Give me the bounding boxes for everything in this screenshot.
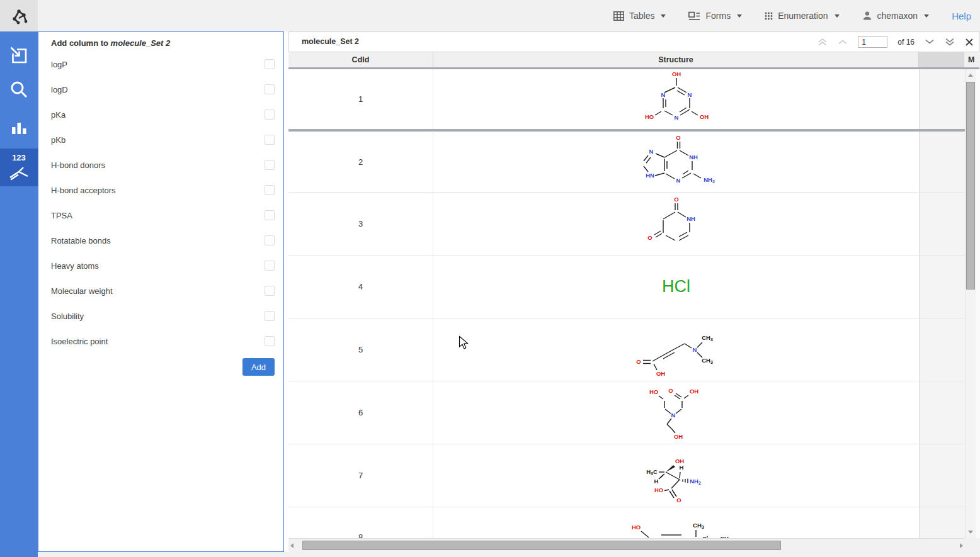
page-number-input[interactable] [858,36,887,48]
structure-drawing-partial: HO CH3 Si CH [433,507,919,538]
highlighted-column-body [919,69,965,538]
table-row-5[interactable]: 5 O OH N CH3 CH3 [288,318,965,381]
panel-title-target: molecule_Set 2 [111,38,171,48]
option-row-tpsa: TPSA [51,203,275,228]
app-logo-button[interactable] [0,0,38,31]
scroll-right-arrow-icon[interactable] [960,543,963,548]
row-divider [288,381,965,381]
table-row-4[interactable]: 4 HCl [288,256,965,318]
checkbox-pKa[interactable] [265,110,275,120]
checkbox-pKb[interactable] [265,135,275,145]
cdid-value: 6 [358,408,363,417]
grid-title: molecule_Set 2 [302,32,359,52]
horizontal-scrollbar-thumb[interactable] [302,541,781,550]
option-row-rotatable-bonds: Rotatable bonds [51,228,275,254]
checkbox-heavy-atoms[interactable] [265,261,275,271]
table-row-1[interactable]: 1 N N N OH HO OH [288,69,965,129]
svg-text:O: O [668,387,673,394]
checkbox-molecular-weight[interactable] [265,286,275,296]
scroll-down-arrow-icon[interactable] [968,531,973,534]
cdid-value: 1 [358,94,363,104]
chevron-up-icon [838,39,848,45]
chevron-down-icon [925,39,935,45]
column-header-structure[interactable]: Structure [433,52,919,67]
svg-text:OH: OH [656,370,664,377]
add-button[interactable]: Add [242,358,275,376]
tables-grid-icon [613,11,624,21]
option-row-molecular-weight: Molecular weight [51,279,275,304]
previous-page-button[interactable] [838,39,848,45]
svg-text:CH3: CH3 [693,522,704,530]
panel-title-prefix: Add column to [51,38,111,48]
svg-text:O: O [676,497,681,504]
structure-drawing-pyridinedione: O NH O [632,194,721,254]
table-row-2[interactable]: 2 O NH N N HN NH2 [288,132,965,192]
vertical-scrollbar-thumb[interactable] [966,82,975,290]
structure-cell: HCl [433,256,919,318]
checkbox-logP[interactable] [265,59,275,69]
cdid-value: 7 [358,471,363,480]
option-label: pKa [51,103,66,128]
scroll-up-arrow-icon[interactable] [968,74,973,77]
last-page-button[interactable] [945,38,955,46]
row-divider-thick [288,129,965,132]
column-header-cdid[interactable]: CdId [288,52,433,67]
structure-drawing-dimethylaminobutenoic-acid: O OH N CH3 CH3 [623,320,730,380]
menu-user-chemaxon[interactable]: chemaxon [862,11,930,21]
cdid-value: 3 [358,219,363,228]
checkbox-tpsa[interactable] [265,210,275,220]
checkbox-solubility[interactable] [265,311,275,321]
svg-text:NH: NH [689,154,698,160]
option-row-hbond-donors: H-bond donors [51,153,275,178]
row-divider [288,318,965,318]
menu-forms[interactable]: Forms [688,11,742,21]
column-header-partial[interactable]: M [964,52,980,67]
checkbox-hbond-donors[interactable] [265,160,275,170]
sidebar-item-search[interactable] [0,77,38,102]
double-chevron-up-icon [818,38,828,46]
help-link[interactable]: Help [952,11,971,21]
structure-drawing-guanine: O NH N N HN NH2 [623,132,730,192]
page-total-label: of 16 [897,38,914,47]
svg-text:NH2: NH2 [690,478,701,485]
menu-enumeration[interactable]: Enumeration [765,11,839,21]
panel-title: Add column to molecule_Set 2 [51,38,170,48]
sidebar-item-charts[interactable] [0,115,38,140]
menu-tables-label: Tables [629,11,654,21]
cdid-value: 8 [358,532,363,538]
svg-text:HO: HO [632,524,641,531]
sidebar-item-calculations[interactable]: 123 [0,149,38,186]
column-header-highlighted[interactable] [919,52,964,67]
menu-tables[interactable]: Tables [613,11,666,21]
option-row-pKa: pKa [51,103,275,128]
option-row-hbond-acceptors: H-bond acceptors [51,178,275,203]
next-page-button[interactable] [925,39,935,45]
svg-text:OH: OH [699,113,708,120]
scroll-left-arrow-icon[interactable] [290,543,293,548]
horizontal-scrollbar[interactable] [288,538,965,552]
svg-text:CH3: CH3 [702,334,713,342]
close-grid-button[interactable] [965,38,974,47]
checkbox-isoelectric-point[interactable] [265,336,275,346]
svg-text:N: N [692,346,697,353]
chevron-down-icon [737,14,742,18]
table-row-6[interactable]: 6 N O OH HO OH [288,381,965,444]
sidebar-item-import[interactable] [0,43,38,68]
bar-chart-icon [9,119,28,135]
table-row-7[interactable]: 7 H3C OH H H NH2 HO O [288,444,965,507]
row-divider [288,444,965,444]
table-row-8-partial[interactable]: 8 HO CH3 Si CH [288,507,965,538]
table-row-3[interactable]: 3 O NH O [288,193,965,255]
menu-user-label: chemaxon [877,11,918,21]
cdid-cell: 4 [288,256,433,318]
calculations-123-label: 123 [12,154,26,162]
checkbox-logD[interactable] [265,84,275,94]
vertical-scrollbar[interactable] [965,69,975,538]
enumeration-dots-icon [765,12,773,20]
checkbox-hbond-acceptors[interactable] [265,185,275,195]
top-menus: Tables Forms [613,0,971,31]
checkbox-rotatable-bonds[interactable] [265,235,275,245]
first-page-button[interactable] [818,38,828,46]
svg-text:CH3: CH3 [702,357,713,364]
close-icon [965,38,974,47]
